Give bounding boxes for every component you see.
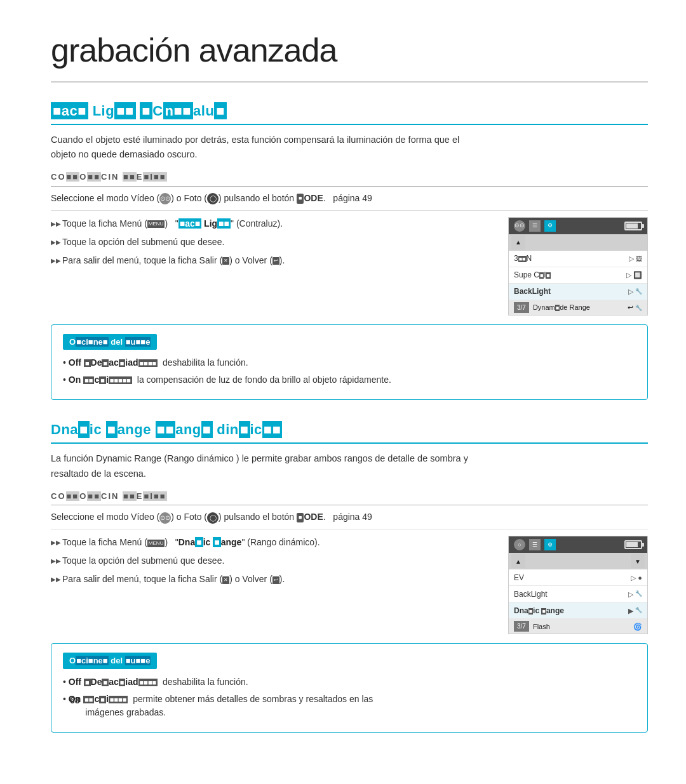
menu2-nav: ▲ ▼ (509, 553, 647, 569)
section1-main-area: Toque la ficha Menú (MENU) "■ac■ Lig■■" … (51, 217, 648, 316)
page-title: grabación avanzada (51, 25, 648, 83)
menu2-battery-fill (626, 542, 638, 547)
section2-step2: Toque la opción del submenú que desee. (51, 554, 495, 568)
menu1-gear-icon: ⚙ (544, 220, 556, 232)
menu2-up-arrow[interactable]: ▲ (511, 554, 525, 568)
section2-menu-screenshot: ○ ☰ ⚙ ▲ ▼ EV (508, 536, 648, 634)
section2-option1: Off ■De■ac■iad■■■■ deshabilita la funció… (63, 675, 636, 689)
menu1-page-num: 3/7 (514, 302, 529, 313)
section2-options-title: O■ci■ne■ del ■u■■e (63, 653, 157, 669)
menu2-flash-icon: 🌀 (633, 621, 642, 632)
section1-menu-screenshot: ⊙⊙ ☰ ⚙ ▲ 3■■N ▷ 🖼 (508, 217, 648, 316)
menu1-list-icon: ☰ (529, 220, 541, 232)
section1-config-row: Seleccione el modo Vídeo (⊙⊙) o Foto (◯)… (51, 192, 648, 211)
section1-title: ■ac■ Lig■■ ■Cn■■alu■ (51, 100, 648, 125)
section1-option2: On ■■c■i■■■■■ la compensación de luz de … (63, 373, 636, 387)
menu2-row-0-value: ▷ ● (631, 573, 642, 583)
section-backlight: ■ac■ Lig■■ ■Cn■■alu■ Cuando el objeto es… (51, 100, 648, 400)
section2-steps: Toque la ficha Menú (MENU) "Dna■ic ■ange… (51, 536, 495, 591)
section1-option1: Off ■De■ac■iad■■■■ deshabilita la funció… (63, 356, 636, 369)
section2-step3: Para salir del menú, toque la ficha Sali… (51, 573, 495, 586)
menu1-row-0-label: 3■■N (514, 253, 629, 264)
menu1-back: ↩ 🔧 (628, 302, 642, 313)
page-number: 68 (70, 694, 80, 707)
menu2-row-0-label: EV (514, 572, 631, 583)
section2-options-box: O■ci■ne■ del ■u■■e Off ■De■ac■iad■■■■ de… (51, 643, 648, 733)
menu1-nav: ▲ (509, 234, 647, 251)
menu2-header: ○ ☰ ⚙ (509, 536, 647, 553)
menu1-row-2-value: ▷ 🔧 (628, 286, 642, 297)
menu1-footer: 3/7 Dynam■de Range ↩ 🔧 (509, 300, 647, 315)
section2-config-label: CO■■O■■CIN ■■E■I■■ (51, 490, 648, 506)
section2-main-area: Toque la ficha Menú (MENU) "Dna■ic ■ange… (51, 536, 648, 634)
menu2-row-2-label: Dna■ic ■ange (514, 605, 628, 616)
section1-step2: Toque la opción del submenú que desee. (51, 236, 495, 249)
menu1-row-0-value: ▷ 🖼 (629, 253, 642, 264)
menu2-row-1-label: BackLight (514, 588, 628, 600)
section1-step1: Toque la ficha Menú (MENU) "■ac■ Lig■■" … (51, 217, 495, 230)
menu1-header-icons: ⊙⊙ ☰ ⚙ (514, 220, 556, 232)
menu2-list-icon: ☰ (529, 539, 541, 550)
menu2-row-2: Dna■ic ■ange ▶ 🔧 (509, 602, 647, 619)
menu2-footer: 3/7 Flash 🌀 (509, 619, 647, 634)
menu1-row-1-value: ▷ 🔲 (626, 270, 642, 281)
menu1-row-1: Supe C■l■ ▷ 🔲 (509, 267, 647, 284)
menu1-rows: 3■■N ▷ 🖼 Supe C■l■ ▷ 🔲 BackLight ▷ 🔧 (509, 251, 647, 300)
section1-config-label: CO■■O■■CIN ■■E■I■■ (51, 171, 648, 187)
menu2-row-2-value: ▶ 🔧 (628, 606, 642, 616)
menu1-battery (624, 222, 642, 230)
section-dynamic-range: Dna■ic ■ange ■■ang■ din■ic■■ La función … (51, 419, 648, 732)
menu1-battery-fill (626, 223, 638, 229)
menu2-gear-icon: ⚙ (544, 539, 556, 550)
menu1-dynamic-range: Dynam■de Range (533, 302, 590, 313)
menu2-flash-label: Flash (533, 621, 550, 632)
menu2-photo-icon: ○ (514, 539, 525, 550)
section2-option2: On ■■c■i■■■■ permite obtener más detalle… (63, 693, 636, 719)
menu2-down-arrow[interactable]: ▼ (631, 554, 645, 568)
menu1-row-2: BackLight ▷ 🔧 (509, 284, 647, 300)
menu2-battery (624, 540, 642, 549)
section1-options-title: O■ci■ne■ del ■u■■e (63, 334, 157, 350)
menu2-row-1: BackLight ▷ 🔧 (509, 586, 647, 602)
section2-description: La función Dynamic Range (Rango dinámico… (51, 451, 648, 481)
menu1-row-2-label: BackLight (514, 286, 628, 297)
menu2-row-0: EV ▷ ● (509, 569, 647, 586)
menu2-rows: EV ▷ ● BackLight ▷ 🔧 Dna■ic ■ange ▶ 🔧 (509, 569, 647, 619)
menu1-row-1-label: Supe C■l■ (514, 269, 626, 281)
menu2-page-num: 3/7 (514, 621, 529, 632)
section1-step3: Para salir del menú, toque la ficha Sali… (51, 254, 495, 267)
menu1-row-0: 3■■N ▷ 🖼 (509, 251, 647, 267)
section2-config-row: Seleccione el modo Vídeo (⊙⊙) o Foto (◯)… (51, 510, 648, 529)
menu1-header: ⊙⊙ ☰ ⚙ (509, 218, 647, 234)
section1-steps: Toque la ficha Menú (MENU) "■ac■ Lig■■" … (51, 217, 495, 272)
section2-title: Dna■ic ■ange ■■ang■ din■ic■■ (51, 419, 648, 444)
menu2-header-icons: ○ ☰ ⚙ (514, 539, 556, 550)
menu1-video-icon: ⊙⊙ (514, 220, 525, 232)
menu2-row-1-value: ▷ 🔧 (628, 589, 642, 600)
section1-options-box: O■ci■ne■ del ■u■■e Off ■De■ac■iad■■■■ de… (51, 324, 648, 401)
section1-description: Cuando el objeto esté iluminado por detr… (51, 133, 648, 162)
menu1-up-arrow[interactable]: ▲ (511, 236, 525, 249)
section2-step1: Toque la ficha Menú (MENU) "Dna■ic ■ange… (51, 536, 495, 549)
